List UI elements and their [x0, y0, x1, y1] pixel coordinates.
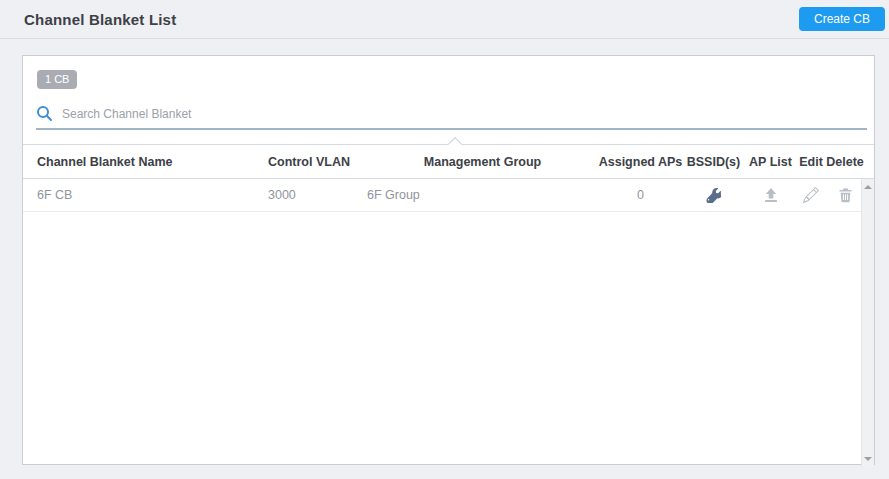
table-row: 6F CB 3000 6F Group 0: [23, 179, 863, 212]
col-channel-blanket-name: Channel Blanket Name: [37, 155, 268, 169]
table-body: 6F CB 3000 6F Group 0: [23, 179, 874, 467]
table-header: Channel Blanket Name Control VLAN Manage…: [23, 144, 874, 179]
cb-count-badge: 1 CB: [37, 70, 77, 89]
wrench-icon: [706, 188, 721, 203]
col-edit: Edit: [799, 155, 823, 169]
delete-button[interactable]: [838, 187, 853, 203]
bssid-wrench-button[interactable]: [706, 188, 721, 203]
search-icon: [36, 105, 53, 122]
vertical-scrollbar[interactable]: [861, 179, 874, 467]
col-management-group: Management Group: [424, 155, 541, 169]
triangle-down-icon: [864, 457, 872, 461]
header-caret: [448, 137, 462, 151]
cell-channel-blanket-name: 6F CB: [37, 188, 268, 202]
search-field[interactable]: [36, 105, 867, 130]
cell-management-group: 6F Group: [367, 188, 598, 202]
cell-control-vlan: 3000: [268, 188, 367, 202]
edit-button[interactable]: [803, 187, 819, 203]
ap-list-upload-button[interactable]: [763, 187, 779, 203]
cell-assigned-aps: 0: [637, 188, 644, 202]
search-input[interactable]: [62, 106, 867, 122]
col-delete: Delete: [826, 155, 864, 169]
channel-blanket-panel: 1 CB Channel Blanket Name Control VLAN M…: [22, 55, 875, 465]
col-ap-list: AP List: [749, 155, 792, 169]
col-bssids: BSSID(s): [687, 155, 740, 169]
scroll-up-button[interactable]: [862, 179, 874, 195]
trash-icon: [838, 187, 853, 203]
col-control-vlan: Control VLAN: [268, 155, 367, 169]
page-title: Channel Blanket List: [24, 11, 176, 28]
top-bar: Channel Blanket List Create CB: [0, 0, 889, 39]
col-assigned-aps: Assigned APs: [599, 155, 683, 169]
upload-icon: [763, 187, 779, 203]
create-cb-button[interactable]: Create CB: [799, 7, 885, 31]
triangle-up-icon: [864, 185, 872, 189]
pencil-icon: [803, 187, 819, 203]
scroll-down-button[interactable]: [862, 451, 874, 467]
